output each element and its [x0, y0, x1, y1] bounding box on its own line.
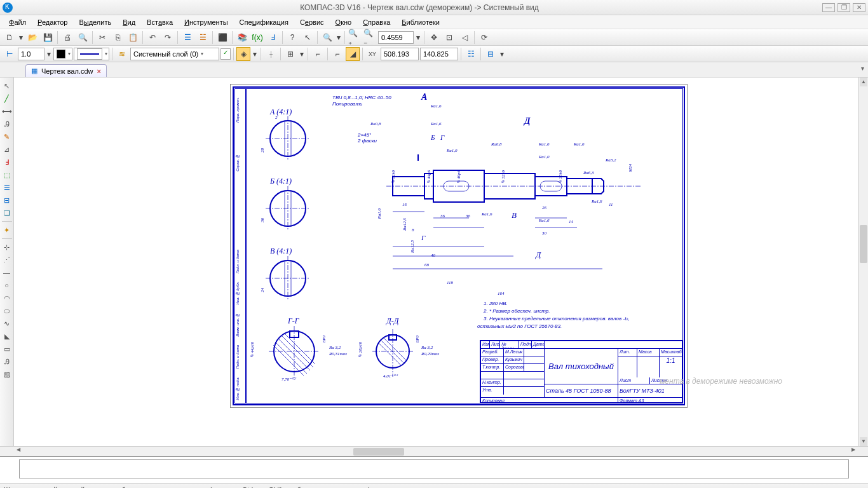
tool-select[interactable]: ↖: [1, 80, 13, 92]
zoom-out-button[interactable]: 🔍₋: [363, 30, 377, 44]
zoom-dropdown[interactable]: ▾: [336, 30, 342, 44]
print-button[interactable]: 🖨: [60, 30, 74, 44]
vars2-button[interactable]: Ⅎ: [266, 30, 280, 44]
coord-x-input[interactable]: [381, 48, 419, 60]
menu-file[interactable]: Файл: [4, 17, 31, 27]
scroll-down-icon[interactable]: ▼: [860, 437, 867, 446]
properties-button[interactable]: ☰: [180, 30, 194, 44]
library-button[interactable]: 📚: [235, 30, 249, 44]
zoom-value-dropdown[interactable]: ▾: [415, 30, 421, 44]
zoom-input[interactable]: [378, 31, 414, 44]
scroll-thumb[interactable]: [860, 225, 867, 263]
spec-dropdown[interactable]: ▾: [499, 47, 505, 61]
menu-service[interactable]: Сервис: [295, 17, 329, 27]
menu-window[interactable]: Окно: [330, 17, 357, 27]
cursor-button[interactable]: ↖: [301, 30, 315, 44]
scroll-left-icon[interactable]: ◀: [14, 447, 23, 456]
layer-dropdown[interactable]: Системный слой (0)▾: [130, 48, 219, 60]
tool-param[interactable]: ⊿: [1, 144, 13, 155]
fit-button[interactable]: ⊡: [442, 30, 456, 44]
tree-button[interactable]: ☱: [196, 30, 210, 44]
tool-edit[interactable]: ✎: [1, 131, 13, 142]
help-button[interactable]: ?: [285, 30, 299, 44]
scrollbar-horizontal[interactable]: ◀ ▶: [0, 446, 868, 456]
print-preview-button[interactable]: 🔍: [76, 30, 90, 44]
tool-measure[interactable]: Ⅎ: [1, 156, 13, 168]
maximize-button[interactable]: ❐: [837, 3, 850, 12]
copy-button[interactable]: ⎘: [111, 30, 125, 44]
views-button[interactable]: ☷: [464, 47, 478, 61]
tool-insert[interactable]: ❏: [1, 207, 13, 219]
tool-select2[interactable]: ⬚: [1, 169, 13, 180]
scroll-right-icon[interactable]: ▶: [849, 447, 858, 456]
menu-select[interactable]: Выделить: [74, 17, 116, 27]
layers-button[interactable]: ≋: [115, 47, 129, 61]
new-dropdown[interactable]: ▾: [18, 30, 24, 44]
stop-button[interactable]: ⬛: [215, 30, 229, 44]
line-style-dropdown[interactable]: ▾: [74, 48, 109, 60]
doc-tab[interactable]: ▦ Чертеж вал.cdw ×: [25, 64, 107, 77]
open-button[interactable]: 📂: [25, 30, 39, 44]
tab-menu-button[interactable]: ▾: [861, 65, 864, 72]
menu-tools[interactable]: Инструменты: [179, 17, 233, 27]
prev-view-button[interactable]: ◁: [458, 30, 471, 44]
coord-mode-button[interactable]: XY: [365, 47, 379, 61]
canvas[interactable]: Перв. примен. Справ. № Подп. и дата Инв.…: [14, 78, 858, 446]
tool-point[interactable]: ⊹: [1, 241, 13, 253]
menu-libs[interactable]: Библиотеки: [397, 17, 445, 27]
tool-axis[interactable]: ✦: [1, 224, 13, 236]
grid-button[interactable]: ⊞: [283, 47, 297, 61]
tool-spline[interactable]: ∿: [1, 318, 13, 329]
tool-rect[interactable]: ▭: [1, 343, 13, 355]
menu-help[interactable]: Справка: [358, 17, 395, 27]
minimize-button[interactable]: —: [822, 3, 835, 12]
new-button[interactable]: 🗋: [3, 30, 17, 44]
menu-edit[interactable]: Редактор: [32, 17, 72, 27]
snap-button[interactable]: ◈: [236, 47, 250, 61]
tool-spec[interactable]: ☰: [1, 182, 13, 193]
tool-circle[interactable]: ○: [1, 280, 13, 291]
menu-insert[interactable]: Вставка: [142, 17, 178, 27]
scale-dropdown[interactable]: ▾: [46, 47, 52, 61]
local-cs-button[interactable]: ⌐: [311, 47, 325, 61]
tool-report[interactable]: ⊟: [1, 194, 13, 206]
tool-seg[interactable]: —: [1, 267, 13, 278]
cut-button[interactable]: ✂: [95, 30, 109, 44]
tool-dim[interactable]: ⟷: [1, 105, 13, 117]
tool-ellipse[interactable]: ⬭: [1, 305, 13, 316]
ortho2-button[interactable]: ⌐: [330, 47, 344, 61]
tool-aux[interactable]: ⋰: [1, 254, 13, 266]
color-dropdown[interactable]: ▾: [53, 48, 72, 60]
refresh-button[interactable]: ⟳: [477, 30, 491, 44]
menu-spec[interactable]: Спецификация: [234, 17, 294, 27]
close-button[interactable]: ✕: [853, 3, 865, 12]
ortho-button[interactable]: ⊢: [3, 47, 17, 61]
menu-view[interactable]: Вид: [118, 17, 140, 27]
scroll-up-icon[interactable]: ▲: [860, 78, 867, 86]
tool-line[interactable]: ╱: [1, 93, 13, 104]
coord-y-input[interactable]: [420, 48, 458, 60]
zoom-window-button[interactable]: 🔍: [320, 30, 334, 44]
spec-button[interactable]: ⊟: [484, 47, 498, 61]
tool-chamfer[interactable]: ◣: [1, 330, 13, 342]
tool-text[interactable]: Ꭿ: [1, 118, 13, 130]
round-button[interactable]: ◢: [346, 47, 360, 61]
save-button[interactable]: 💾: [41, 30, 55, 44]
property-box[interactable]: [19, 459, 849, 478]
paste-button[interactable]: 📋: [126, 30, 140, 44]
scrollbar-vertical[interactable]: ▲ ▼: [858, 78, 868, 446]
tool-hatch[interactable]: ▨: [1, 369, 13, 380]
dim-button[interactable]: ⟊: [264, 47, 278, 61]
zoom-in-button[interactable]: 🔍₊: [348, 30, 362, 44]
tool-arc[interactable]: ◠: [1, 292, 13, 304]
scale-input[interactable]: [18, 48, 44, 60]
variables-button[interactable]: f(x): [250, 30, 264, 44]
undo-button[interactable]: ↶: [146, 30, 159, 44]
pan-button[interactable]: ✥: [427, 30, 441, 44]
redo-button[interactable]: ↷: [161, 30, 175, 44]
grid-dropdown[interactable]: ▾: [299, 47, 305, 61]
tool-glyph[interactable]: Ꭿ: [1, 356, 13, 367]
snap-dropdown[interactable]: ▾: [252, 47, 258, 61]
scroll-thumb-h[interactable]: [353, 448, 404, 456]
close-tab-button[interactable]: ×: [97, 67, 101, 75]
